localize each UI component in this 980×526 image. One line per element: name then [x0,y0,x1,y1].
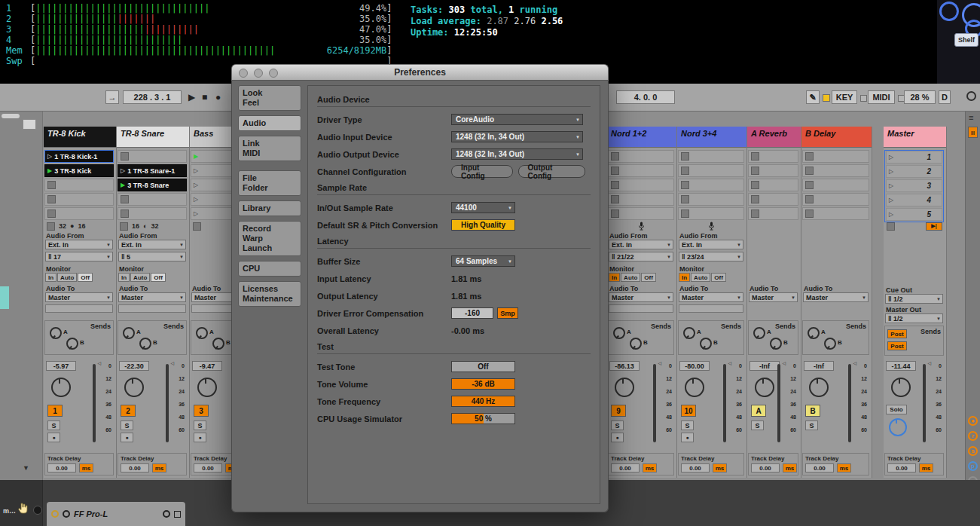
clip-slot[interactable] [118,193,187,206]
prefs-tab-record-warp-launch[interactable]: RecordWarpLaunch [238,221,301,256]
draw-mode-icon[interactable]: ✎ [806,90,820,104]
track-delay-unit[interactable]: ms [919,463,933,472]
clip-slot[interactable] [802,193,869,206]
pan-knob[interactable] [197,378,217,397]
clip-slot[interactable] [678,179,744,191]
track-delay-unit[interactable]: ms [152,463,166,472]
track-activator-button[interactable]: 9 [611,405,626,417]
output-config-button[interactable]: Output Config [518,165,585,178]
clip-slot[interactable] [608,150,674,163]
disk-overload-indicator[interactable]: D [939,90,951,104]
driver-error-compensation-value[interactable]: -160 [451,307,493,319]
clip-slot[interactable] [608,193,674,206]
volume-value[interactable]: -86.13 [609,361,640,371]
prefs-tab-file-folder[interactable]: FileFolder [238,170,301,196]
p-toggle-icon[interactable]: p [968,461,978,471]
audio-output-device-select[interactable]: 1248 (32 In, 34 Out)▼ [451,148,583,160]
volume-value[interactable]: -9.47 [192,361,222,371]
track-delay-unit[interactable]: ms [837,463,851,472]
output-select[interactable]: Master▼ [118,292,186,302]
input-config-button[interactable]: Input Config [451,165,513,178]
midi-map-button[interactable]: MIDI [868,90,895,104]
r-toggle-icon[interactable]: r [968,431,978,441]
send-a-knob[interactable] [751,325,768,342]
monitor-auto-button[interactable]: Auto [57,273,77,282]
input-channel-select[interactable]: ‖ 17▼ [45,252,113,261]
monitor-in-button[interactable]: In [118,273,130,282]
clip-slot[interactable] [748,179,798,191]
track-delay-unit[interactable]: ms [713,463,727,472]
input-type-select[interactable]: Ext. In▼ [679,240,743,249]
clip-slot[interactable] [608,207,674,220]
clip-slot[interactable] [748,207,798,220]
clip[interactable]: ▷1 TR-8 Snare-1 [118,164,187,177]
buffer-size-select[interactable]: 64 Samples▼ [451,255,515,267]
monitor-auto-button[interactable]: Auto [621,273,640,282]
device-on-icon[interactable] [51,510,59,518]
output-select[interactable]: Master▼ [45,292,113,302]
volume-value[interactable]: -Inf [804,361,834,371]
track-delay-value[interactable]: 0.00 [121,463,149,472]
close-icon[interactable] [239,69,248,78]
output-select[interactable]: Master▼ [609,292,673,302]
track-activator-button[interactable]: 3 [194,405,209,417]
input-channel-select[interactable]: ‖ 23/24▼ [679,252,743,261]
back-to-arrangement-button[interactable]: ▶| [926,222,942,231]
send-b-knob[interactable] [698,335,715,353]
follow-button[interactable]: → [105,90,119,104]
output-select[interactable]: Master▼ [679,292,743,302]
arm-button[interactable]: ● [611,433,624,442]
input-channel-select[interactable]: ‖ 5▼ [118,252,186,261]
clip-slot[interactable] [118,207,187,220]
volume-value[interactable]: -11.44 [886,361,916,371]
arrangement-position[interactable]: 228 . 3 . 1 [123,90,182,104]
track-activator-button[interactable]: A [751,405,766,417]
pan-knob[interactable] [51,378,71,397]
clip-slot[interactable] [678,164,744,177]
solo-button[interactable]: S [805,420,818,430]
volume-value[interactable]: -80.00 [679,361,710,371]
stop-button[interactable]: ■ [202,92,207,102]
volume-value[interactable]: -22.30 [119,361,149,371]
post-toggle[interactable]: Post [887,341,907,350]
scene-slot[interactable]: ▷2 [886,165,942,178]
save-preset-icon[interactable] [174,511,181,518]
input-type-select[interactable]: Ext. In▼ [118,240,186,249]
send-a-knob[interactable] [611,325,628,342]
solo-button[interactable]: Solo [886,405,907,414]
clip-slot[interactable] [678,150,744,163]
master-out-select[interactable]: ‖ 1/2▼ [885,313,943,323]
monitor-in-button[interactable]: In [45,273,56,282]
track-activator-button[interactable]: 10 [681,405,696,417]
input-type-select[interactable]: Ext. In▼ [45,240,113,249]
input-type-select[interactable]: Ext. In▼ [609,240,673,249]
prefs-tab-cpu[interactable]: CPU [238,261,301,277]
track-activator-button[interactable]: 2 [121,405,136,417]
scene-slot[interactable]: ▷4 [886,194,942,206]
send-a-knob[interactable] [681,325,698,342]
monitor-auto-button[interactable]: Auto [130,273,150,282]
solo-button[interactable]: S [121,420,133,430]
track-delay-value[interactable]: 0.00 [751,463,780,472]
track-title[interactable]: Nord 3+4 [677,127,746,148]
send-a-knob[interactable] [194,325,211,342]
output-sub-select[interactable] [679,304,743,313]
clip-slot[interactable] [44,179,114,191]
cpu-usage-simulator-slider[interactable]: 50 % [451,413,515,424]
prefs-tab-look-feel[interactable]: LookFeel [238,85,301,111]
clip-slot[interactable] [678,193,744,206]
io-toggle-icon[interactable]: ● [968,416,978,426]
post-toggle[interactable]: Post [887,329,907,338]
output-select[interactable]: Master▼ [803,292,869,302]
device-title-bar[interactable]: FF Pro-L [47,502,185,526]
pan-knob[interactable] [809,378,829,397]
zoom-icon[interactable] [269,69,278,78]
send-a-knob[interactable] [805,325,823,342]
driver-type-select[interactable]: CoreAudio▼ [451,114,583,125]
pan-knob[interactable] [685,378,704,397]
prefs-tab-library[interactable]: Library [238,200,301,216]
cpu-meter[interactable]: 28 % [904,90,936,104]
clip-slot[interactable] [44,193,114,206]
mixer-toggle-icon[interactable]: ||| [968,127,978,138]
shelf-button[interactable]: Shelf [954,33,978,47]
